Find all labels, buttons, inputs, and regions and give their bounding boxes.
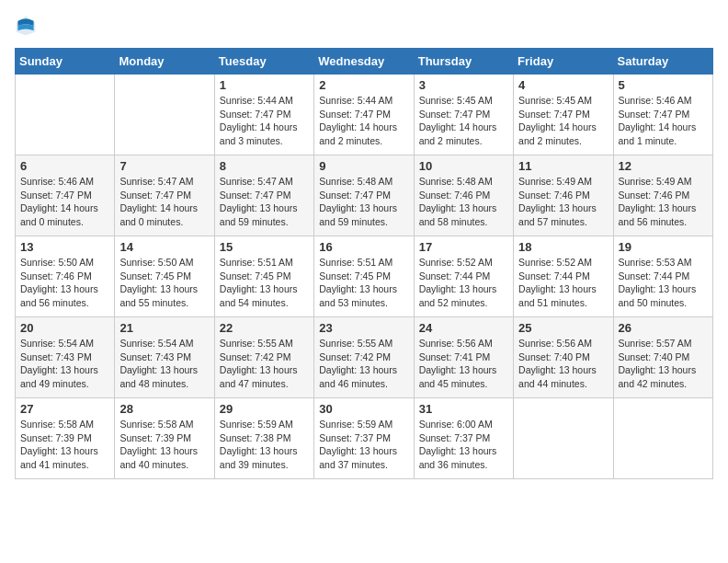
- calendar-week-row: 13Sunrise: 5:50 AM Sunset: 7:46 PM Dayli…: [16, 236, 713, 317]
- day-info: Sunrise: 5:54 AM Sunset: 7:43 PM Dayligh…: [20, 337, 109, 391]
- column-header-friday: Friday: [514, 49, 613, 75]
- day-info: Sunrise: 5:44 AM Sunset: 7:47 PM Dayligh…: [220, 94, 309, 148]
- day-number: 4: [518, 78, 608, 92]
- calendar-header-row: SundayMondayTuesdayWednesdayThursdayFrid…: [16, 49, 713, 75]
- day-info: Sunrise: 5:59 AM Sunset: 7:37 PM Dayligh…: [319, 418, 408, 472]
- day-number: 29: [220, 402, 309, 416]
- column-header-wednesday: Wednesday: [314, 49, 414, 75]
- calendar-cell: 26Sunrise: 5:57 AM Sunset: 7:40 PM Dayli…: [613, 317, 712, 398]
- day-info: Sunrise: 5:48 AM Sunset: 7:47 PM Dayligh…: [319, 175, 408, 229]
- logo-icon: [15, 15, 37, 37]
- day-info: Sunrise: 5:52 AM Sunset: 7:44 PM Dayligh…: [419, 256, 508, 310]
- day-info: Sunrise: 5:47 AM Sunset: 7:47 PM Dayligh…: [220, 175, 309, 229]
- calendar-cell: 9Sunrise: 5:48 AM Sunset: 7:47 PM Daylig…: [314, 155, 414, 236]
- calendar-cell: 11Sunrise: 5:49 AM Sunset: 7:46 PM Dayli…: [514, 155, 613, 236]
- day-info: Sunrise: 5:46 AM Sunset: 7:47 PM Dayligh…: [619, 94, 708, 148]
- day-number: 9: [319, 159, 408, 173]
- calendar-cell: 20Sunrise: 5:54 AM Sunset: 7:43 PM Dayli…: [16, 317, 115, 398]
- calendar-cell: 31Sunrise: 6:00 AM Sunset: 7:37 PM Dayli…: [414, 398, 513, 479]
- calendar-week-row: 6Sunrise: 5:46 AM Sunset: 7:47 PM Daylig…: [16, 155, 713, 236]
- day-info: Sunrise: 5:48 AM Sunset: 7:46 PM Dayligh…: [419, 175, 508, 229]
- day-number: 14: [119, 240, 209, 254]
- calendar-cell: 12Sunrise: 5:49 AM Sunset: 7:46 PM Dayli…: [613, 155, 712, 236]
- day-info: Sunrise: 5:45 AM Sunset: 7:47 PM Dayligh…: [518, 94, 608, 148]
- column-header-saturday: Saturday: [613, 49, 712, 75]
- calendar-cell: 14Sunrise: 5:50 AM Sunset: 7:45 PM Dayli…: [115, 236, 214, 317]
- day-info: Sunrise: 5:57 AM Sunset: 7:40 PM Dayligh…: [619, 337, 708, 391]
- calendar-cell: [514, 398, 613, 479]
- day-info: Sunrise: 5:50 AM Sunset: 7:46 PM Dayligh…: [20, 256, 109, 310]
- day-number: 26: [619, 321, 708, 335]
- day-number: 11: [518, 159, 608, 173]
- day-number: 30: [319, 402, 408, 416]
- day-info: Sunrise: 5:46 AM Sunset: 7:47 PM Dayligh…: [20, 175, 109, 229]
- calendar-cell: 22Sunrise: 5:55 AM Sunset: 7:42 PM Dayli…: [214, 317, 313, 398]
- calendar-cell: 10Sunrise: 5:48 AM Sunset: 7:46 PM Dayli…: [414, 155, 513, 236]
- calendar-week-row: 27Sunrise: 5:58 AM Sunset: 7:39 PM Dayli…: [16, 398, 713, 479]
- day-info: Sunrise: 5:52 AM Sunset: 7:44 PM Dayligh…: [518, 256, 608, 310]
- day-info: Sunrise: 5:58 AM Sunset: 7:39 PM Dayligh…: [119, 418, 209, 472]
- calendar-cell: 19Sunrise: 5:53 AM Sunset: 7:44 PM Dayli…: [613, 236, 712, 317]
- calendar-cell: 18Sunrise: 5:52 AM Sunset: 7:44 PM Dayli…: [514, 236, 613, 317]
- day-number: 31: [419, 402, 508, 416]
- day-info: Sunrise: 5:49 AM Sunset: 7:46 PM Dayligh…: [619, 175, 708, 229]
- column-header-thursday: Thursday: [414, 49, 513, 75]
- calendar-cell: 15Sunrise: 5:51 AM Sunset: 7:45 PM Dayli…: [214, 236, 313, 317]
- day-number: 20: [20, 321, 109, 335]
- calendar-cell: 29Sunrise: 5:59 AM Sunset: 7:38 PM Dayli…: [214, 398, 313, 479]
- day-info: Sunrise: 5:55 AM Sunset: 7:42 PM Dayligh…: [220, 337, 309, 391]
- day-number: 5: [619, 78, 708, 92]
- day-number: 16: [319, 240, 408, 254]
- day-info: Sunrise: 5:56 AM Sunset: 7:40 PM Dayligh…: [518, 337, 608, 391]
- calendar-table: SundayMondayTuesdayWednesdayThursdayFrid…: [15, 48, 713, 479]
- calendar-cell: 6Sunrise: 5:46 AM Sunset: 7:47 PM Daylig…: [16, 155, 115, 236]
- day-number: 12: [619, 159, 708, 173]
- page-header: [15, 15, 713, 37]
- day-number: 6: [20, 159, 109, 173]
- calendar-cell: 1Sunrise: 5:44 AM Sunset: 7:47 PM Daylig…: [214, 75, 313, 155]
- day-number: 3: [419, 78, 508, 92]
- day-number: 23: [319, 321, 408, 335]
- day-number: 27: [20, 402, 109, 416]
- calendar-cell: [115, 75, 214, 155]
- day-info: Sunrise: 5:50 AM Sunset: 7:45 PM Dayligh…: [119, 256, 209, 310]
- column-header-monday: Monday: [115, 49, 214, 75]
- calendar-cell: 17Sunrise: 5:52 AM Sunset: 7:44 PM Dayli…: [414, 236, 513, 317]
- calendar-cell: 7Sunrise: 5:47 AM Sunset: 7:47 PM Daylig…: [115, 155, 214, 236]
- calendar-cell: 30Sunrise: 5:59 AM Sunset: 7:37 PM Dayli…: [314, 398, 414, 479]
- day-number: 7: [119, 159, 209, 173]
- day-number: 8: [220, 159, 309, 173]
- day-info: Sunrise: 5:45 AM Sunset: 7:47 PM Dayligh…: [419, 94, 508, 148]
- day-info: Sunrise: 5:56 AM Sunset: 7:41 PM Dayligh…: [419, 337, 508, 391]
- day-number: 24: [419, 321, 508, 335]
- day-info: Sunrise: 5:51 AM Sunset: 7:45 PM Dayligh…: [220, 256, 309, 310]
- calendar-cell: [16, 75, 115, 155]
- day-info: Sunrise: 5:47 AM Sunset: 7:47 PM Dayligh…: [119, 175, 209, 229]
- day-number: 2: [319, 78, 408, 92]
- calendar-cell: 5Sunrise: 5:46 AM Sunset: 7:47 PM Daylig…: [613, 75, 712, 155]
- day-number: 15: [220, 240, 309, 254]
- calendar-cell: 24Sunrise: 5:56 AM Sunset: 7:41 PM Dayli…: [414, 317, 513, 398]
- day-number: 28: [119, 402, 209, 416]
- calendar-cell: 2Sunrise: 5:44 AM Sunset: 7:47 PM Daylig…: [314, 75, 414, 155]
- day-number: 22: [220, 321, 309, 335]
- day-number: 10: [419, 159, 508, 173]
- day-number: 21: [119, 321, 209, 335]
- column-header-tuesday: Tuesday: [214, 49, 313, 75]
- calendar-cell: 27Sunrise: 5:58 AM Sunset: 7:39 PM Dayli…: [16, 398, 115, 479]
- calendar-week-row: 1Sunrise: 5:44 AM Sunset: 7:47 PM Daylig…: [16, 75, 713, 155]
- calendar-cell: 16Sunrise: 5:51 AM Sunset: 7:45 PM Dayli…: [314, 236, 414, 317]
- calendar-cell: 13Sunrise: 5:50 AM Sunset: 7:46 PM Dayli…: [16, 236, 115, 317]
- day-info: Sunrise: 5:59 AM Sunset: 7:38 PM Dayligh…: [220, 418, 309, 472]
- day-info: Sunrise: 5:44 AM Sunset: 7:47 PM Dayligh…: [319, 94, 408, 148]
- day-number: 18: [518, 240, 608, 254]
- day-number: 17: [419, 240, 508, 254]
- column-header-sunday: Sunday: [16, 49, 115, 75]
- day-info: Sunrise: 5:53 AM Sunset: 7:44 PM Dayligh…: [619, 256, 708, 310]
- calendar-cell: 25Sunrise: 5:56 AM Sunset: 7:40 PM Dayli…: [514, 317, 613, 398]
- day-number: 13: [20, 240, 109, 254]
- day-number: 25: [518, 321, 608, 335]
- calendar-cell: 3Sunrise: 5:45 AM Sunset: 7:47 PM Daylig…: [414, 75, 513, 155]
- calendar-cell: 28Sunrise: 5:58 AM Sunset: 7:39 PM Dayli…: [115, 398, 214, 479]
- calendar-cell: 23Sunrise: 5:55 AM Sunset: 7:42 PM Dayli…: [314, 317, 414, 398]
